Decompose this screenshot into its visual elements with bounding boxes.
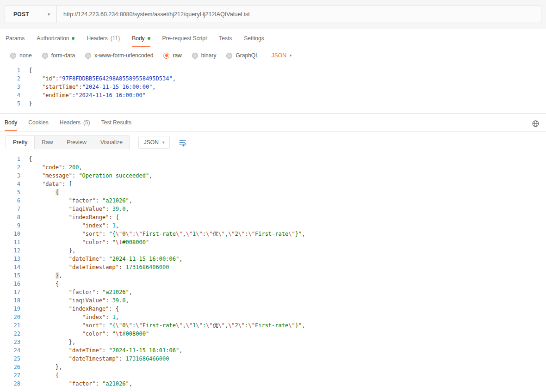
body-mode-none[interactable]: none xyxy=(10,52,32,59)
code-line-17: 17 "factor": "a21026", xyxy=(0,288,546,296)
response-body-editor[interactable]: 1{2 "code": 200,3 "message": "Operation … xyxy=(0,153,546,388)
line-number: 12 xyxy=(0,246,20,255)
line-number: 1 xyxy=(0,155,20,163)
text-cursor xyxy=(133,197,134,203)
radio-icon xyxy=(10,53,16,59)
tab-label: Authorization xyxy=(37,35,69,42)
response-tab-test-results[interactable]: Test Results xyxy=(101,119,131,131)
line-number: 21 xyxy=(0,321,20,330)
method-selector[interactable]: POST ▾ xyxy=(5,6,57,23)
code-line-25: 25 "dateTimestamp": 1731686466000 xyxy=(0,355,546,363)
code-line-19: 19 "indexRange": { xyxy=(0,305,546,313)
response-view-tab-raw[interactable]: Raw xyxy=(35,136,60,149)
wrap-lines-icon xyxy=(178,138,187,147)
wrap-lines-button[interactable] xyxy=(178,138,187,147)
body-mode-label: x-www-form-urlencoded xyxy=(94,52,153,59)
line-number: 14 xyxy=(0,263,20,271)
code-line-12: 12 }, xyxy=(0,246,546,255)
network-globe-button[interactable] xyxy=(532,119,540,128)
line-number: 9 xyxy=(0,221,20,230)
request-url-toolbar: POST ▾ http://124.223.60.234:8080/system… xyxy=(0,0,546,29)
request-body-editor[interactable]: 1{2 "id":"97F8FDDBB5E64298A85589558495D5… xyxy=(0,63,546,113)
radio-icon xyxy=(192,53,198,59)
body-mode-binary[interactable]: binary xyxy=(192,52,217,59)
response-language-selector[interactable]: JSON ▾ xyxy=(138,136,170,149)
line-number: 5 xyxy=(0,99,20,108)
line-number: 24 xyxy=(0,346,20,355)
body-mode-raw[interactable]: raw xyxy=(163,52,181,59)
url-input[interactable]: http://124.223.60.234:8080/system/asset/… xyxy=(57,6,541,23)
line-number: 19 xyxy=(0,305,20,313)
body-mode-x-www-form-urlencoded[interactable]: x-www-form-urlencoded xyxy=(85,52,153,59)
tab-label: Headers xyxy=(60,119,81,126)
code-line-13: 13 "dateTime": "2024-11-15 16:00:06", xyxy=(0,255,546,263)
request-tab-headers[interactable]: Headers(11) xyxy=(87,35,120,47)
body-mode-form-data[interactable]: form-data xyxy=(42,52,75,59)
tab-label: Body xyxy=(5,119,17,126)
tab-count-badge: (11) xyxy=(111,35,120,42)
line-number: 4 xyxy=(0,91,20,99)
green-status-dot xyxy=(148,37,150,40)
radio-icon xyxy=(42,53,48,59)
globe-icon xyxy=(532,120,540,128)
line-number: 11 xyxy=(0,238,20,246)
line-number: 2 xyxy=(0,163,20,172)
line-number: 22 xyxy=(0,330,20,338)
chevron-down-icon: ▾ xyxy=(48,12,50,17)
body-mode-label: none xyxy=(19,52,32,59)
response-language-label: JSON xyxy=(144,139,159,146)
code-line-24: 24 "dateTime": "2024-11-15 16:01:06", xyxy=(0,346,546,355)
tab-label: Body xyxy=(132,35,144,42)
code-line-20: 20 "index": 1, xyxy=(0,313,546,321)
request-tab-settings[interactable]: Settings xyxy=(244,35,264,47)
code-line-1: 1{ xyxy=(0,155,546,163)
response-view-tabs: PrettyRawPreviewVisualize xyxy=(6,135,130,149)
code-line-4: 4 "endTime":"2024-11-16 16:00:00" xyxy=(0,91,546,99)
response-view-tab-pretty[interactable]: Pretty xyxy=(6,136,35,149)
method-label: POST xyxy=(13,11,29,18)
body-language-selector[interactable]: JSON ▾ xyxy=(272,52,292,59)
request-tab-tests[interactable]: Tests xyxy=(219,35,232,47)
response-view-tab-visualize[interactable]: Visualize xyxy=(93,136,130,149)
line-number: 3 xyxy=(0,83,20,91)
response-toolbar: PrettyRawPreviewVisualize JSON ▾ xyxy=(0,132,546,153)
radio-icon xyxy=(163,53,169,59)
code-line-15: 15 }, xyxy=(0,271,546,280)
body-mode-label: binary xyxy=(201,52,217,59)
line-number: 27 xyxy=(0,371,20,380)
line-number: 6 xyxy=(0,196,20,205)
request-tabs: ParamsAuthorizationHeaders(11)BodyPre-re… xyxy=(0,29,546,47)
code-line-27: 27 { xyxy=(0,371,546,380)
response-tab-headers[interactable]: Headers(5) xyxy=(60,119,90,131)
line-number: 20 xyxy=(0,313,20,321)
line-number: 28 xyxy=(0,380,20,388)
tab-label: Pre-request Script xyxy=(162,35,207,42)
line-number: 25 xyxy=(0,355,20,363)
line-number: 18 xyxy=(0,296,20,305)
response-tab-body[interactable]: Body xyxy=(5,119,17,131)
tab-count-badge: (5) xyxy=(83,119,90,126)
code-line-21: 21 "sort": "{\"0\":\"First-rate\",\"1\":… xyxy=(0,321,546,330)
code-line-9: 9 "index": 1, xyxy=(0,221,546,230)
request-tab-body[interactable]: Body xyxy=(132,35,150,47)
code-line-3: 3 "message": "Operation succeeded", xyxy=(0,172,546,180)
line-number: 15 xyxy=(0,271,20,280)
request-url-bar: POST ▾ http://124.223.60.234:8080/system… xyxy=(5,6,541,23)
response-view-tab-preview[interactable]: Preview xyxy=(60,136,93,149)
line-number: 13 xyxy=(0,255,20,263)
response-tab-cookies[interactable]: Cookies xyxy=(28,119,48,131)
tab-label: Test Results xyxy=(101,119,131,126)
request-tab-authorization[interactable]: Authorization xyxy=(37,35,74,47)
line-number: 23 xyxy=(0,338,20,346)
code-line-28: 28 "factor": "a21026", xyxy=(0,380,546,388)
request-tab-pre-request-script[interactable]: Pre-request Script xyxy=(162,35,207,47)
code-line-1: 1{ xyxy=(0,66,546,74)
code-line-2: 2 "code": 200, xyxy=(0,163,546,172)
code-line-14: 14 "dateTimestamp": 1731686406000 xyxy=(0,263,546,271)
line-number: 26 xyxy=(0,363,20,371)
radio-icon xyxy=(85,53,91,59)
radio-icon xyxy=(226,53,232,59)
chevron-down-icon: ▾ xyxy=(290,53,292,58)
body-mode-graphql[interactable]: GraphQL xyxy=(226,52,258,59)
request-tab-params[interactable]: Params xyxy=(6,35,25,47)
